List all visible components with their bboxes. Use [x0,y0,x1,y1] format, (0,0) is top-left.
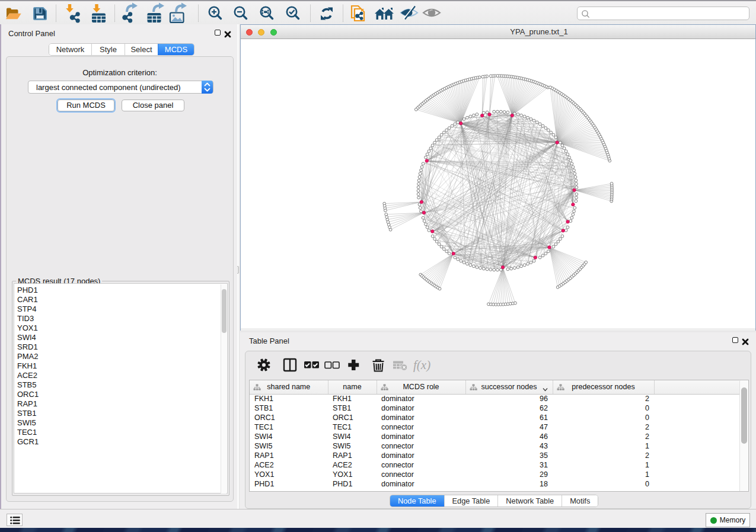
svg-text:f(x): f(x) [413,358,430,372]
